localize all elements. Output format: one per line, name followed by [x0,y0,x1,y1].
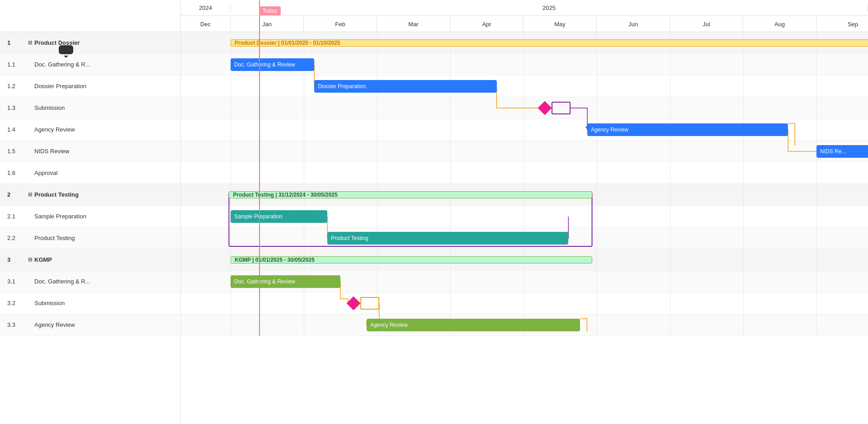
task-number: 2.2 [7,235,25,241]
task-row[interactable]: 1.3Submission [0,97,180,119]
today-header-line [259,0,260,32]
main-container: 1⊟Product Dossier1.1Doc. Gathering & R..… [0,0,868,424]
month-label: Jun [597,16,670,32]
month-label: May [524,16,597,32]
task-name-text: Doc. Gathering & R... [34,278,173,285]
task-panel: 1⊟Product Dossier1.1Doc. Gathering & R..… [0,0,181,424]
year-label: 2024 [181,5,231,11]
task-row[interactable]: 1.1Doc. Gathering & R... [0,54,180,75]
month-label: Mar [377,16,450,32]
gantt-row [181,292,868,314]
task-row[interactable]: 2.2Product Testing [0,227,180,249]
gantt-row [181,162,868,184]
kgmp-summary-bar[interactable]: KGMP | 01/01/2025 - 30/05/2025 [231,256,592,264]
task-number: 2 [7,191,25,198]
task-header [0,0,180,32]
agency-review-bar[interactable]: Agency Review [587,123,788,136]
gantt-panel: 20242025 DecJanFebMarAprMayJunJulAugSepO… [181,0,868,424]
task-name-text: Approval [34,170,173,176]
task-number: 3.1 [7,278,25,285]
product-testing-summary-bar[interactable]: Product Testing | 31/12/2024 - 30/05/202… [229,191,592,198]
submission-box[interactable] [552,102,571,114]
gantt-header: 20242025 DecJanFebMarAprMayJunJulAugSepO… [181,0,868,32]
task-name-text: Sample Preparation [34,213,173,220]
grid-line [670,32,670,336]
task-number: 1.6 [7,170,25,176]
grid-line [304,32,304,336]
task-name-text: Submission [34,300,173,306]
task-number: 2.1 [7,213,25,220]
task-number: 1.2 [7,83,25,90]
task-row[interactable]: 2.1Sample Preparation [0,206,180,227]
task-name-text: Product Dossier [34,39,173,46]
task-number: 1.1 [7,61,25,68]
task-name-text: Product Testing [34,191,173,198]
task-name-text: Dossier Preparation [34,83,173,90]
month-row: DecJanFebMarAprMayJunJulAugSepOct [181,16,868,32]
sample-prep-bar[interactable]: Sample Preparation [231,210,327,223]
month-label: Sep [816,16,868,32]
grid-line [816,32,817,336]
task-number: 3.2 [7,300,25,306]
collapse-icon[interactable]: ⊟ [25,192,34,198]
today-line [259,32,260,336]
task-row[interactable]: 2⊟Product Testing [0,184,180,206]
task-name-text: Submission [34,104,173,111]
task-row[interactable]: 1.5NIDS Review [0,141,180,162]
task-number: 1.3 [7,104,25,111]
grid-line [524,32,524,336]
grid-line [597,32,597,336]
task-name-text: Doc. Gathering & R... [34,61,173,68]
kgmp-agency-review-bar[interactable]: Agency Review [367,319,580,331]
gantt-row [181,141,868,162]
task-number: 1.5 [7,148,25,155]
month-label: Apr [450,16,524,32]
product-dossier-summary-bar[interactable]: Product Dossier | 01/01/2025 - 01/10/202… [231,39,868,47]
kgmp-submission-box[interactable] [360,297,379,310]
month-label: Jan [231,16,304,32]
task-row[interactable]: 1.2Dossier Preparation [0,75,180,97]
tooltip [59,45,73,54]
gantt-body: Product Dossier | 01/01/2025 - 01/10/202… [181,32,868,336]
year-row: 20242025 [181,0,868,16]
month-label: Dec [181,16,231,32]
task-number: 1.4 [7,126,25,133]
month-label: Jul [670,16,743,32]
task-name-text: Product Testing [34,235,173,241]
today-label: Today [259,6,281,15]
task-name-text: Agency Review [34,321,173,328]
task-number: 1 [7,39,25,46]
collapse-icon[interactable]: ⊟ [25,257,34,263]
task-row[interactable]: 3.1Doc. Gathering & R... [0,271,180,292]
task-number: 3.3 [7,321,25,328]
doc-gathering-bar[interactable]: Doc. Gathering & Review [231,58,314,71]
task-row[interactable]: 3⊟KGMP [0,249,180,271]
product-testing-bar[interactable]: Product Testing [327,232,568,245]
year-label: 2025 [231,5,868,11]
collapse-icon[interactable]: ⊟ [25,40,34,46]
task-row[interactable]: 1⊟Product Dossier [0,32,180,54]
gantt-row [181,97,868,119]
task-number: 3 [7,256,25,263]
task-row[interactable]: 1.4Agency Review [0,119,180,141]
task-name-text: Agency Review [34,126,173,133]
nids-review-bar[interactable]: NIDS Re... [816,145,868,158]
month-label: Feb [304,16,377,32]
kgmp-doc-gathering-bar[interactable]: Doc. Gathering & Review [231,275,340,288]
grid-line [743,32,744,336]
grid-line [377,32,377,336]
task-row[interactable]: 3.3Agency Review [0,314,180,336]
month-label: Aug [743,16,816,32]
dossier-prep-bar[interactable]: Dossier Preparation [314,80,496,93]
task-name-text: NIDS Review [34,148,173,155]
grid-line [450,32,451,336]
grid-line [231,32,231,336]
task-row[interactable]: 1.6Approval [0,162,180,184]
task-list: 1⊟Product Dossier1.1Doc. Gathering & R..… [0,32,180,336]
gantt-row [181,75,868,97]
task-name-text: KGMP [34,256,173,263]
task-row[interactable]: 3.2Submission [0,292,180,314]
